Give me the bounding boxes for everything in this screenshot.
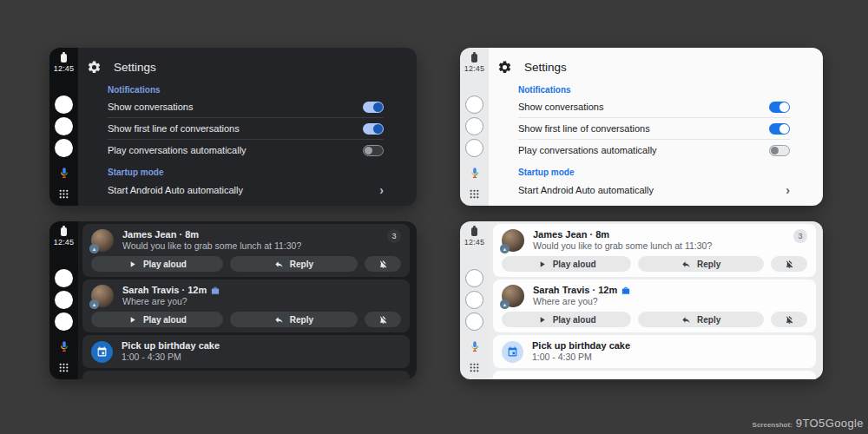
app-shortcut-circle[interactable] xyxy=(465,95,483,114)
play-aloud-button[interactable]: Play aloud xyxy=(91,312,223,327)
toggle-play-automatically[interactable] xyxy=(769,145,790,156)
play-icon xyxy=(537,260,547,269)
reply-button[interactable]: Reply xyxy=(638,256,764,272)
notification-actions: Play aloud Reply xyxy=(91,256,401,272)
app-shortcut-circle[interactable] xyxy=(55,291,73,309)
watermark-label: Screenshot: xyxy=(753,421,792,429)
page-title: Settings xyxy=(524,61,567,74)
assistant-badge-icon: ▲ xyxy=(89,299,99,309)
app-shortcut-circle[interactable] xyxy=(465,139,483,157)
watermark-brand: 9TO5Google xyxy=(796,417,864,430)
reply-icon xyxy=(681,315,691,325)
app-grid-icon[interactable] xyxy=(58,188,69,200)
mute-button[interactable] xyxy=(771,256,807,272)
assistant-mic-icon[interactable] xyxy=(58,167,70,179)
setting-row-show-conversations[interactable]: Show conversations xyxy=(108,96,384,117)
app-grid-icon[interactable] xyxy=(469,362,480,373)
toggle-play-automatically[interactable] xyxy=(363,145,384,156)
reply-button[interactable]: Reply xyxy=(638,312,764,327)
notification-actions: Play aloud Reply xyxy=(91,312,401,327)
toggle-show-first-line[interactable] xyxy=(363,123,384,135)
reply-button[interactable]: Reply xyxy=(230,256,358,272)
notification-card-calendar[interactable]: Pick up birthday cake 1:00 - 4:30 PM xyxy=(493,335,816,368)
notification-list: ▲ James Jean · 8m Would you like to grab… xyxy=(489,221,823,379)
settings-screen-light: 12:45 Settings Notifications Show conver… xyxy=(460,48,823,206)
play-aloud-button[interactable]: Play aloud xyxy=(502,256,631,272)
mute-button[interactable] xyxy=(365,256,401,272)
bell-off-icon xyxy=(378,315,388,325)
bell-off-icon xyxy=(785,260,794,269)
clock: 12:45 xyxy=(464,64,485,73)
sender-name: Sarah Travis · 12m xyxy=(533,285,630,296)
setting-label: Start Android Auto automatically xyxy=(518,185,654,195)
notification-card-message[interactable]: ▲ James Jean · 8m Would you like to grab… xyxy=(493,224,816,277)
notification-list: ▲ James Jean · 8m Would you like to grab… xyxy=(78,221,417,379)
stage: 12:45 Settings Notifications Show conver… xyxy=(0,0,868,434)
message-preview: Where are you? xyxy=(122,296,220,307)
settings-list: Notifications Show conversations Show fi… xyxy=(78,78,417,201)
app-shortcut-circle[interactable] xyxy=(465,117,483,135)
app-shortcut-circle[interactable] xyxy=(55,139,73,157)
setting-label: Show first line of conversations xyxy=(518,123,650,134)
app-shortcut-circle[interactable] xyxy=(55,95,73,114)
setting-row-show-conversations[interactable]: Show conversations xyxy=(518,96,790,117)
notification-card-partial[interactable] xyxy=(82,371,410,379)
notification-texts: Pick up birthday cake 1:00 - 4:30 PM xyxy=(122,340,220,363)
play-aloud-button[interactable]: Play aloud xyxy=(91,256,223,272)
setting-row-start-automatically[interactable]: Start Android Auto automatically › xyxy=(518,179,790,201)
toggle-show-first-line[interactable] xyxy=(769,123,790,135)
notification-card-message[interactable]: ▲ Sarah Travis · 12m Where are you? Play… xyxy=(493,279,816,332)
assistant-badge-icon: ▲ xyxy=(89,244,99,253)
avatar: ▲ xyxy=(502,285,524,307)
bell-off-icon xyxy=(378,260,388,269)
setting-label: Show conversations xyxy=(108,102,193,112)
setting-row-show-first-line[interactable]: Show first line of conversations xyxy=(518,118,790,139)
notification-header: ▲ Sarah Travis · 12m Where are you? xyxy=(91,285,401,307)
toggle-show-conversations[interactable] xyxy=(769,102,790,113)
play-aloud-button[interactable]: Play aloud xyxy=(502,312,631,327)
calendar-icon xyxy=(91,341,113,363)
reply-label: Reply xyxy=(290,315,313,325)
app-shortcut-circle[interactable] xyxy=(465,291,483,309)
app-grid-icon[interactable] xyxy=(58,362,69,373)
setting-row-play-automatically[interactable]: Play conversations automatically xyxy=(108,140,384,161)
setting-row-show-first-line[interactable]: Show first line of conversations xyxy=(108,118,384,139)
assistant-mic-icon[interactable] xyxy=(469,167,481,179)
avatar: ▲ xyxy=(91,229,114,252)
assistant-mic-icon[interactable] xyxy=(58,340,70,352)
setting-label: Start Android Auto automatically xyxy=(108,185,243,195)
notification-card-partial[interactable] xyxy=(493,371,816,379)
section-header-startup-mode: Startup mode xyxy=(518,167,790,179)
battery-icon xyxy=(471,54,477,62)
sender-name: James Jean · 8m xyxy=(122,229,301,240)
chevron-right-icon: › xyxy=(379,184,384,196)
app-shortcut-circle[interactable] xyxy=(465,269,483,287)
app-shortcut-circle[interactable] xyxy=(55,117,73,135)
app-shortcut-circle[interactable] xyxy=(465,312,483,331)
system-rail: 12:45 xyxy=(460,221,489,379)
notification-card-message[interactable]: ▲ James Jean · 8m Would you like to grab… xyxy=(82,224,410,277)
message-preview: Where are you? xyxy=(533,296,630,307)
notifications-screen-light: 12:45 ▲ James Jean · 8m Would you like t… xyxy=(460,221,823,379)
notification-card-message[interactable]: ▲ Sarah Travis · 12m Where are you? Play… xyxy=(82,279,410,332)
briefcase-icon xyxy=(621,286,630,295)
mute-button[interactable] xyxy=(365,312,401,327)
notification-header: ▲ Sarah Travis · 12m Where are you? xyxy=(502,285,807,307)
app-grid-icon[interactable] xyxy=(469,188,480,200)
toggle-show-conversations[interactable] xyxy=(363,102,384,113)
app-shortcut-circle[interactable] xyxy=(55,269,73,287)
reply-icon xyxy=(681,260,691,269)
reply-label: Reply xyxy=(697,315,720,325)
mute-button[interactable] xyxy=(771,312,807,327)
setting-row-start-automatically[interactable]: Start Android Auto automatically › xyxy=(108,179,384,201)
setting-row-play-automatically[interactable]: Play conversations automatically xyxy=(518,140,790,161)
toggle-knob xyxy=(771,147,779,155)
reply-button[interactable]: Reply xyxy=(230,312,358,327)
settings-content: Settings Notifications Show conversation… xyxy=(78,48,417,206)
assistant-mic-icon[interactable] xyxy=(469,340,481,352)
play-aloud-label: Play aloud xyxy=(553,260,596,269)
chevron-right-icon: › xyxy=(786,184,790,196)
app-shortcut-circle[interactable] xyxy=(55,312,73,331)
setting-label: Play conversations automatically xyxy=(518,145,657,155)
notification-card-calendar[interactable]: Pick up birthday cake 1:00 - 4:30 PM xyxy=(82,335,410,368)
